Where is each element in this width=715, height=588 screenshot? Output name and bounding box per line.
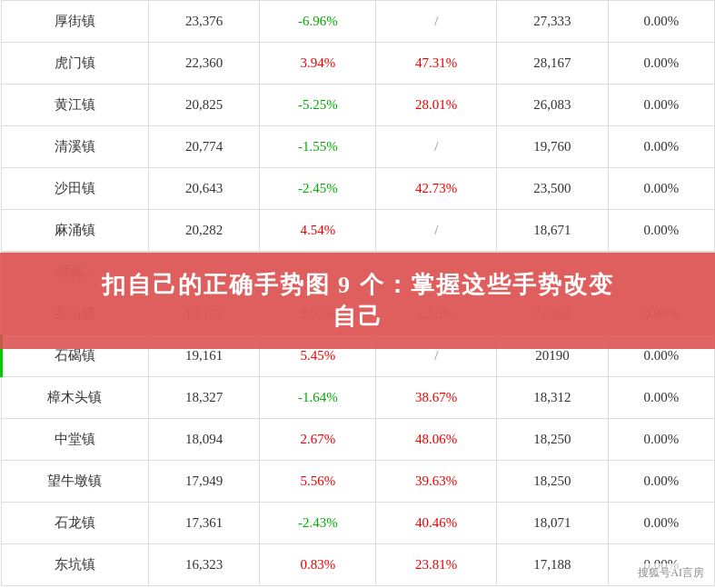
cell-val4: 18,250 [497,461,609,503]
cell-val3: 39.63% [376,461,497,503]
cell-val1: 22,360 [148,43,260,85]
cell-val3: / [376,210,497,252]
cell-val3: 40.46% [376,503,497,544]
cell-name: 沙田镇 [2,168,149,210]
cell-val5: 0.00% [608,43,714,85]
cell-val4: 18,312 [497,377,609,419]
cell-val1: 23,376 [148,1,260,43]
cell-val2: -2.45% [260,168,376,210]
cell-val2: 5.56% [260,461,376,503]
table-row: 沙田镇20,643-2.45%42.73%23,5000.00% [2,168,715,210]
cell-val1: 17,949 [148,461,260,503]
cell-val5: 0.00% [608,461,714,503]
cell-val1: 20,774 [148,126,260,168]
cell-name: 中堂镇 [2,419,149,461]
table-row: 清溪镇20,774-1.55%/19,7600.00% [2,126,715,168]
cell-val4: 18,071 [497,503,609,544]
table-row: 中堂镇18,0942.67%48.06%18,2500.00% [2,419,715,461]
overlay-text-line2: 自己 [333,304,383,330]
table-row: 虎门镇22,3603.94%47.31%28,1670.00% [2,43,715,85]
cell-val4: 19,760 [497,126,609,168]
cell-val5: 0.00% [608,210,714,252]
cell-val4: 18,250 [497,419,609,461]
cell-name: 望牛墩镇 [2,461,149,503]
table-row: 黄江镇20,825-5.25%28.01%26,0830.00% [2,85,715,126]
table-row: 望牛墩镇17,9495.56%39.63%18,2500.00% [2,461,715,503]
cell-val1: 18,327 [148,377,260,419]
cell-val5: 0.00% [608,1,714,43]
cell-val4: 18,671 [497,210,609,252]
cell-val2: 3.94% [260,43,376,85]
cell-val1: 17,361 [148,503,260,544]
cell-val1: 18,094 [148,419,260,461]
cell-name: 东坑镇 [2,544,149,586]
table-row: 东坑镇16,3230.83%23.81%17,1880.00% [2,544,715,586]
cell-val5: 0.00% [608,377,714,419]
cell-val5: 0.00% [608,85,714,126]
cell-name: 樟木头镇 [2,377,149,419]
cell-val3: 28.01% [376,85,497,126]
cell-val5: 0.00% [608,419,714,461]
cell-val1: 16,323 [148,544,260,586]
cell-val5: 0.00% [608,126,714,168]
cell-val3: 47.31% [376,43,497,85]
cell-name: 麻涌镇 [2,210,149,252]
cell-val2: 0.83% [260,544,376,586]
cell-val3: / [376,1,497,43]
cell-val4: 23,500 [497,168,609,210]
cell-val2: 2.67% [260,419,376,461]
overlay-text-line1: 扣自己的正确手势图 9 个：掌握这些手势改变 [102,272,614,298]
cell-val1: 20,643 [148,168,260,210]
cell-val4: 28,167 [497,43,609,85]
cell-val1: 20,282 [148,210,260,252]
table-row: 麻涌镇20,2824.54%/18,6710.00% [2,210,715,252]
cell-val5: 0.00% [608,168,714,210]
cell-val3: / [376,126,497,168]
cell-val2: -1.64% [260,377,376,419]
cell-val4: 27,333 [497,1,609,43]
cell-val2: 4.54% [260,210,376,252]
cell-name: 清溪镇 [2,126,149,168]
cell-val2: -1.55% [260,126,376,168]
cell-val3: 23.81% [376,544,497,586]
watermark: 搜狐号AI言房 [634,563,708,583]
cell-val2: -5.25% [260,85,376,126]
table-row: 樟木头镇18,327-1.64%38.67%18,3120.00% [2,377,715,419]
cell-name: 虎门镇 [2,43,149,85]
cell-val1: 20,825 [148,85,260,126]
table-row: 厚街镇23,376-6.96%/27,3330.00% [2,1,715,43]
cell-name: 石龙镇 [2,503,149,544]
cell-val3: 48.06% [376,419,497,461]
cell-name: 黄江镇 [2,85,149,126]
overlay-banner: 扣自己的正确手势图 9 个：掌握这些手势改变 自己 [0,253,715,349]
cell-val3: 38.67% [376,377,497,419]
cell-val5: 0.00% [608,503,714,544]
cell-val3: 42.73% [376,168,497,210]
cell-val2: -6.96% [260,1,376,43]
table-row: 石龙镇17,361-2.43%40.46%18,0710.00% [2,503,715,544]
cell-val4: 26,083 [497,85,609,126]
cell-val2: -2.43% [260,503,376,544]
cell-name: 厚街镇 [2,1,149,43]
cell-val4: 17,188 [497,544,609,586]
